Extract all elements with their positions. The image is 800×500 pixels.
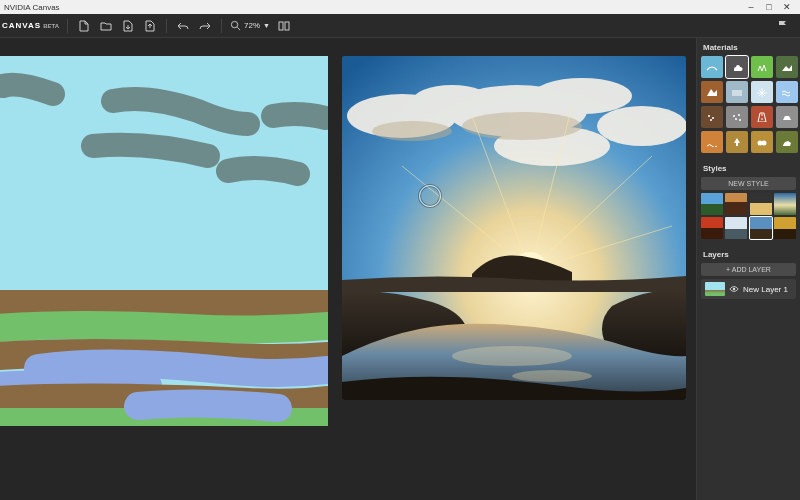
material-stone[interactable]: [776, 106, 798, 128]
save-file-button[interactable]: [120, 18, 136, 34]
gravel-icon: [731, 112, 743, 122]
material-grass[interactable]: [751, 56, 773, 78]
main-toolbar: CANVASBETA 72% ▼: [0, 14, 800, 38]
grass-icon: [756, 62, 768, 72]
window-title: NVIDIA Canvas: [4, 3, 60, 12]
undo-button[interactable]: [175, 18, 191, 34]
svg-point-19: [710, 119, 712, 121]
rock-icon: [781, 137, 793, 147]
window-maximize-button[interactable]: □: [760, 2, 778, 12]
sky-icon: [706, 62, 718, 72]
visibility-icon[interactable]: [729, 284, 739, 294]
add-layer-button[interactable]: + ADD LAYER: [701, 263, 796, 276]
sketch-canvas[interactable]: [0, 56, 328, 426]
workspace: Materials Styles NEW STYLE Layers + ADD …: [0, 38, 800, 500]
svg-point-22: [735, 118, 737, 120]
svg-point-15: [452, 346, 572, 366]
chevron-down-icon: ▼: [263, 22, 270, 29]
material-rock[interactable]: [776, 131, 798, 153]
layers-header: Layers: [697, 245, 800, 263]
svg-point-16: [512, 370, 592, 382]
svg-point-23: [739, 119, 741, 121]
road-icon: [756, 112, 768, 122]
svg-point-18: [712, 117, 714, 119]
new-style-button[interactable]: NEW STYLE: [701, 177, 796, 190]
fog-icon: [731, 87, 743, 97]
material-tree[interactable]: [726, 131, 748, 153]
material-dirt[interactable]: [701, 106, 723, 128]
svg-point-9: [597, 106, 686, 146]
flag-button[interactable]: [774, 18, 790, 34]
output-render: [342, 56, 686, 400]
style-thumb-5[interactable]: [701, 217, 723, 239]
svg-point-8: [532, 78, 632, 114]
open-file-button[interactable]: [98, 18, 114, 34]
zoom-control[interactable]: 72% ▼: [230, 20, 270, 31]
redo-button[interactable]: [197, 18, 213, 34]
svg-point-20: [733, 115, 735, 117]
svg-point-12: [372, 121, 452, 141]
dirt-icon: [706, 112, 718, 122]
magnifier-icon: [230, 20, 241, 31]
style-thumb-4[interactable]: [774, 193, 796, 215]
svg-rect-2: [285, 22, 289, 30]
output-canvas[interactable]: [342, 56, 686, 400]
layer-row[interactable]: New Layer 1: [701, 279, 796, 299]
window-close-button[interactable]: ✕: [778, 2, 796, 12]
material-water[interactable]: [776, 81, 798, 103]
material-gravel[interactable]: [726, 106, 748, 128]
sand-icon: [706, 137, 718, 147]
window-titlebar: NVIDIA Canvas – □ ✕: [0, 0, 800, 14]
window-minimize-button[interactable]: –: [742, 2, 760, 12]
side-panel: Materials Styles NEW STYLE Layers + ADD …: [696, 38, 800, 500]
mountain-icon: [706, 87, 718, 97]
material-sky[interactable]: [701, 56, 723, 78]
brand-label: CANVAS: [2, 21, 41, 30]
material-mountain[interactable]: [701, 81, 723, 103]
layers-list: New Layer 1: [697, 279, 800, 299]
materials-header: Materials: [697, 38, 800, 56]
sketch-content: [0, 56, 328, 426]
material-hill[interactable]: [776, 56, 798, 78]
svg-point-0: [231, 21, 237, 27]
materials-grid: [697, 56, 800, 159]
layer-name: New Layer 1: [743, 285, 788, 294]
svg-point-21: [738, 114, 740, 116]
beta-label: BETA: [43, 23, 59, 29]
zoom-value: 72%: [244, 21, 260, 30]
style-thumb-3[interactable]: [750, 193, 772, 215]
style-thumb-7[interactable]: [750, 217, 772, 239]
cloud-icon: [731, 62, 743, 72]
material-cloud[interactable]: [726, 56, 748, 78]
styles-header: Styles: [697, 159, 800, 177]
app-brand: CANVASBETA: [2, 21, 59, 30]
style-thumb-2[interactable]: [725, 193, 747, 215]
material-sand[interactable]: [701, 131, 723, 153]
layer-thumbnail: [705, 282, 725, 296]
style-thumb-6[interactable]: [725, 217, 747, 239]
bush-icon: [756, 137, 768, 147]
svg-rect-1: [279, 22, 283, 30]
snow-icon: [756, 87, 768, 97]
svg-point-17: [708, 115, 710, 117]
style-thumb-1[interactable]: [701, 193, 723, 215]
svg-point-27: [733, 288, 736, 291]
style-thumb-8[interactable]: [774, 217, 796, 239]
svg-rect-24: [736, 143, 738, 146]
export-file-button[interactable]: [142, 18, 158, 34]
hill-icon: [781, 62, 793, 72]
svg-point-26: [762, 141, 767, 146]
stone-icon: [781, 112, 793, 122]
new-file-button[interactable]: [76, 18, 92, 34]
styles-grid: [697, 193, 800, 245]
material-fog[interactable]: [726, 81, 748, 103]
material-snow[interactable]: [751, 81, 773, 103]
tree-icon: [731, 137, 743, 147]
water-icon: [781, 87, 793, 97]
material-road[interactable]: [751, 106, 773, 128]
canvas-area: [0, 38, 696, 500]
material-bush[interactable]: [751, 131, 773, 153]
split-view-button[interactable]: [276, 18, 292, 34]
